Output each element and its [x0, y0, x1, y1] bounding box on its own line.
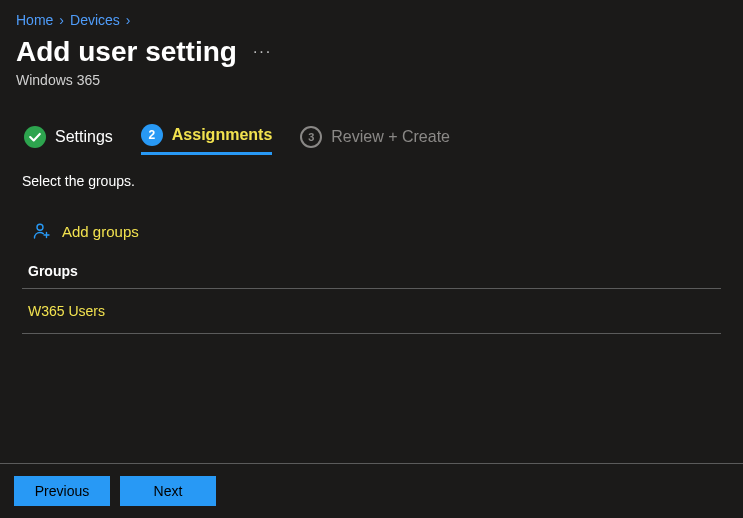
wizard-tabs: Settings 2 Assignments 3 Review + Create — [0, 124, 743, 167]
breadcrumb: Home › Devices › — [0, 0, 743, 36]
check-icon — [24, 126, 46, 148]
page-subtitle: Windows 365 — [0, 72, 743, 124]
tab-label: Review + Create — [331, 128, 450, 146]
tab-review-create[interactable]: 3 Review + Create — [300, 126, 450, 154]
header: Add user setting ··· — [0, 36, 743, 72]
tab-assignments[interactable]: 2 Assignments — [141, 124, 272, 155]
groups-table-header: Groups — [22, 263, 721, 289]
add-groups-label: Add groups — [62, 223, 139, 240]
add-groups-button[interactable]: Add groups — [32, 221, 139, 241]
tab-label: Assignments — [172, 126, 272, 144]
page-title: Add user setting — [16, 36, 237, 68]
step-number-icon: 3 — [300, 126, 322, 148]
instruction-text: Select the groups. — [22, 173, 721, 189]
content-area: Select the groups. Add groups Groups W36… — [0, 167, 743, 334]
tab-label: Settings — [55, 128, 113, 146]
svg-point-0 — [37, 224, 43, 230]
footer: Previous Next — [0, 463, 743, 518]
breadcrumb-home[interactable]: Home — [16, 12, 53, 28]
next-button[interactable]: Next — [120, 476, 216, 506]
step-number-icon: 2 — [141, 124, 163, 146]
breadcrumb-devices[interactable]: Devices — [70, 12, 120, 28]
tab-settings[interactable]: Settings — [24, 126, 113, 154]
more-icon[interactable]: ··· — [253, 43, 272, 61]
chevron-right-icon: › — [59, 12, 64, 28]
chevron-right-icon: › — [126, 12, 131, 28]
table-row[interactable]: W365 Users — [22, 289, 721, 334]
add-people-icon — [32, 221, 52, 241]
previous-button[interactable]: Previous — [14, 476, 110, 506]
